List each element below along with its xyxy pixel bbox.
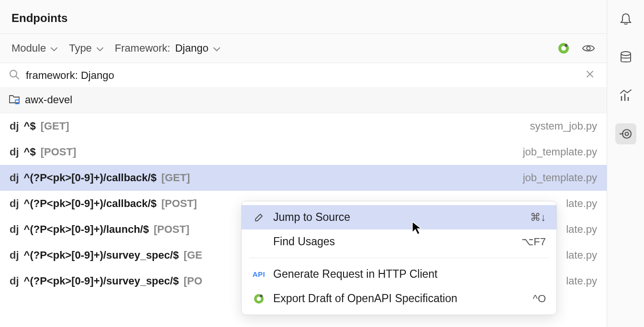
filter-bar: Module Type Framework: Django <box>0 34 607 63</box>
project-row[interactable]: awx-devel <box>0 88 607 113</box>
filter-module-label: Module <box>11 42 46 54</box>
endpoints-icon[interactable] <box>615 123 636 144</box>
menu-item-jump-to-source[interactable]: Jump to Source ⌘↓ <box>242 205 556 229</box>
menu-item-shortcut: ^O <box>533 293 546 305</box>
svg-point-16 <box>622 130 631 138</box>
filter-framework-value: Django <box>175 42 209 54</box>
endpoint-route: ^(?P<pk>[0-9]+)/callback/$ <box>24 197 157 210</box>
endpoint-method: [POST] <box>154 223 189 236</box>
search-row <box>0 63 607 88</box>
bell-icon[interactable] <box>615 9 636 30</box>
endpoint-file: late.py <box>566 275 597 287</box>
endpoint-file: system_job.py <box>530 120 597 132</box>
search-icon <box>9 69 20 82</box>
endpoint-row[interactable]: dj ^$ [GET] system_job.py <box>0 113 607 139</box>
svg-point-10 <box>257 296 261 301</box>
search-input[interactable] <box>26 69 576 82</box>
menu-item-label: Export Draft of OpenAPI Specification <box>273 292 525 305</box>
endpoint-route: ^(?P<pk>[0-9]+)/survey_spec/$ <box>24 249 179 262</box>
menu-item-find-usages[interactable]: Find Usages ⌥F7 <box>242 229 556 254</box>
endpoint-file: late.py <box>566 197 597 210</box>
chevron-down-icon <box>51 42 57 54</box>
django-badge: dj <box>10 223 19 236</box>
django-badge: dj <box>10 197 19 210</box>
endpoint-method: [POST] <box>41 146 77 158</box>
endpoint-route: ^(?P<pk>[0-9]+)/callback/$ <box>24 172 157 184</box>
pencil-icon <box>252 212 266 223</box>
endpoint-route: ^(?P<pk>[0-9]+)/launch/$ <box>24 223 149 236</box>
eye-icon[interactable] <box>582 42 595 55</box>
svg-point-11 <box>260 294 263 297</box>
endpoint-method: [GE <box>184 249 202 262</box>
page-title: Endpoints <box>11 11 595 25</box>
endpoint-file: late.py <box>566 223 597 236</box>
project-name: awx-devel <box>25 94 72 106</box>
openapi-icon[interactable] <box>557 42 570 55</box>
endpoint-file: job_template.py <box>523 172 597 184</box>
menu-item-export-openapi[interactable]: Export Draft of OpenAPI Specification ^O <box>242 286 556 311</box>
chevron-down-icon <box>213 42 220 54</box>
chevron-down-icon <box>97 42 103 54</box>
filter-type-label: Type <box>69 42 92 54</box>
context-menu: Jump to Source ⌘↓ Find Usages ⌥F7 API Ge… <box>241 201 557 315</box>
close-icon[interactable] <box>582 68 598 83</box>
header: Endpoints <box>0 0 607 34</box>
svg-point-12 <box>621 52 631 55</box>
svg-line-5 <box>16 76 19 79</box>
menu-divider <box>249 258 549 258</box>
main-panel: Endpoints Module Type Framework: Django <box>0 0 607 327</box>
endpoint-route: ^$ <box>24 120 36 132</box>
django-badge: dj <box>10 275 19 287</box>
endpoint-row[interactable]: dj ^(?P<pk>[0-9]+)/callback/$ [GET] job_… <box>0 165 607 191</box>
menu-item-label: Find Usages <box>273 235 514 248</box>
django-badge: dj <box>10 146 19 158</box>
django-badge: dj <box>10 120 19 132</box>
menu-item-label: Jump to Source <box>273 211 522 224</box>
folder-icon <box>9 94 20 106</box>
svg-point-3 <box>587 46 590 50</box>
endpoint-file: late.py <box>566 249 597 262</box>
database-icon[interactable] <box>615 47 636 68</box>
endpoint-route: ^(?P<pk>[0-9]+)/survey_spec/$ <box>24 275 179 287</box>
filter-type[interactable]: Type <box>69 42 103 54</box>
menu-item-generate-request[interactable]: API Generate Request in HTTP Client <box>242 262 556 286</box>
svg-point-17 <box>625 132 628 136</box>
django-badge: dj <box>10 249 19 262</box>
svg-point-2 <box>565 44 567 47</box>
endpoint-method: [POST] <box>161 197 197 210</box>
analytics-icon[interactable] <box>615 85 636 106</box>
menu-item-shortcut: ⌥F7 <box>522 236 546 248</box>
filter-framework[interactable]: Framework: Django <box>115 42 220 54</box>
filter-module[interactable]: Module <box>11 42 57 54</box>
endpoint-method: [GET] <box>41 120 69 132</box>
endpoint-method: [GET] <box>161 172 190 184</box>
openapi-icon <box>252 293 266 305</box>
api-icon: API <box>252 270 266 278</box>
endpoint-row[interactable]: dj ^$ [POST] job_template.py <box>0 139 607 165</box>
endpoint-method: [PO <box>184 275 202 287</box>
right-sidebar <box>607 0 644 327</box>
endpoint-file: job_template.py <box>523 146 597 158</box>
django-badge: dj <box>10 172 19 184</box>
endpoint-route: ^$ <box>24 146 36 158</box>
menu-item-label: Generate Request in HTTP Client <box>273 268 538 281</box>
filter-framework-label: Framework: <box>115 42 170 54</box>
menu-item-shortcut: ⌘↓ <box>530 211 546 224</box>
